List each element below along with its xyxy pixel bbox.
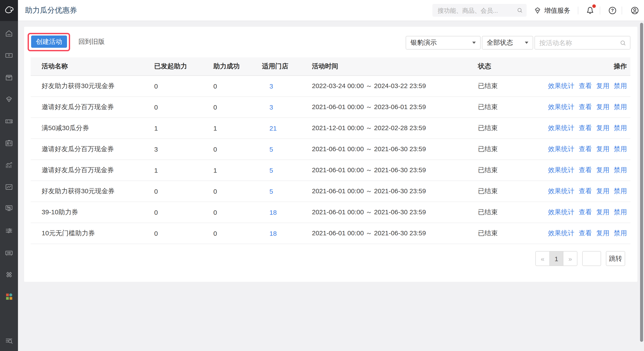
sidebar-item-staff[interactable] <box>0 138 18 148</box>
activity-name-search[interactable] <box>534 36 630 50</box>
stores-count-link[interactable]: 3 <box>270 104 273 111</box>
stores-count-link[interactable]: 18 <box>270 208 277 216</box>
sidebar-item-statistics[interactable] <box>0 160 18 170</box>
col-stores: 适用门店 <box>262 62 312 70</box>
account-button[interactable] <box>630 6 640 15</box>
sidebar-item-design[interactable] <box>0 269 18 280</box>
value-added-label: 增值服务 <box>544 6 570 15</box>
page-jump-input[interactable] <box>582 251 601 266</box>
action-disable[interactable]: 禁用 <box>614 103 627 111</box>
prev-page-button[interactable]: « <box>536 252 549 266</box>
action-disable[interactable]: 禁用 <box>614 82 627 90</box>
activity-name: 邀请好友瓜分百万现金券 <box>42 103 154 111</box>
status-filter-value: 全部状态 <box>487 38 513 47</box>
help-icon: ? <box>608 6 617 15</box>
action-view[interactable]: 查看 <box>579 208 592 216</box>
leopard-logo-icon <box>3 5 15 16</box>
next-page-button[interactable]: » <box>564 252 577 266</box>
action-view[interactable]: 查看 <box>579 187 592 196</box>
activity-name: 10元无门槛助力券 <box>42 229 154 238</box>
action-view[interactable]: 查看 <box>579 145 592 153</box>
table-row: 邀请好友瓜分百万现金券3052021-06-01 00:00 ～ 2021-06… <box>31 139 630 160</box>
action-effect-stats[interactable]: 效果统计 <box>548 82 574 90</box>
divider <box>600 6 600 14</box>
initiated-count: 0 <box>154 104 213 111</box>
page-title: 助力瓜分优惠券 <box>25 0 77 21</box>
menu-search-icon <box>4 336 14 345</box>
action-effect-stats[interactable]: 效果统计 <box>548 145 574 153</box>
success-count: 0 <box>213 230 262 237</box>
action-copy[interactable]: 复用 <box>596 229 610 238</box>
back-to-old-version-button[interactable]: 回到旧版 <box>78 36 105 48</box>
app-logo[interactable] <box>0 0 18 21</box>
action-disable[interactable]: 禁用 <box>614 145 627 153</box>
action-disable[interactable]: 禁用 <box>614 187 627 196</box>
global-search[interactable] <box>432 4 526 17</box>
page-jump-button[interactable]: 跳转 <box>606 251 625 266</box>
status-text: 已结束 <box>478 124 539 132</box>
action-copy[interactable]: 复用 <box>596 145 610 153</box>
action-effect-stats[interactable]: 效果统计 <box>548 187 574 196</box>
global-search-input[interactable] <box>432 4 526 17</box>
action-copy[interactable]: 复用 <box>596 208 610 216</box>
action-view[interactable]: 查看 <box>579 82 592 90</box>
vertical-scrollbar[interactable] <box>640 23 643 342</box>
stores-cell: 18 <box>262 230 312 237</box>
action-effect-stats[interactable]: 效果统计 <box>548 103 574 111</box>
action-copy[interactable]: 复用 <box>596 166 610 174</box>
stores-count-link[interactable]: 3 <box>270 82 273 90</box>
action-effect-stats[interactable]: 效果统计 <box>548 208 574 216</box>
action-effect-stats[interactable]: 效果统计 <box>548 229 574 238</box>
value-added-services[interactable]: 增值服务 <box>534 0 570 21</box>
action-disable[interactable]: 禁用 <box>614 208 627 216</box>
initiated-count: 0 <box>154 230 213 237</box>
activity-name: 邀请好友瓜分百万现金券 <box>42 145 154 153</box>
notifications-button[interactable] <box>585 6 595 15</box>
sidebar-item-members[interactable] <box>0 94 18 104</box>
stores-count-link[interactable]: 5 <box>270 166 273 174</box>
stores-count-link[interactable]: 5 <box>270 146 273 153</box>
action-disable[interactable]: 禁用 <box>614 166 627 174</box>
sidebar-item-settings[interactable] <box>0 225 18 236</box>
help-button[interactable]: ? <box>608 6 617 15</box>
stores-count-link[interactable]: 5 <box>270 188 273 195</box>
action-view[interactable]: 查看 <box>579 229 592 238</box>
status-filter-select[interactable]: 全部状态 <box>482 36 533 50</box>
action-view[interactable]: 查看 <box>579 103 592 111</box>
action-copy[interactable]: 复用 <box>596 124 610 132</box>
table-row: 邀请好友瓜分百万现金券1152021-06-01 00:00 ～ 2021-06… <box>31 160 630 181</box>
sidebar-item-cashdrawer[interactable] <box>0 247 18 258</box>
initiated-count: 1 <box>154 166 213 174</box>
initiated-count: 1 <box>154 124 213 132</box>
sidebar-item-finance[interactable]: ¥ <box>0 50 18 60</box>
sidebar-item-products[interactable] <box>0 72 18 82</box>
stores-count-link[interactable]: 21 <box>270 124 277 132</box>
table-body: 好友助力获得30元现金券0032022-03-24 00:00 ～ 2024-0… <box>31 76 630 244</box>
sidebar-item-appmarket[interactable] <box>0 291 18 302</box>
action-view[interactable]: 查看 <box>579 124 592 132</box>
action-disable[interactable]: 禁用 <box>614 124 627 132</box>
action-disable[interactable]: 禁用 <box>614 229 627 238</box>
action-effect-stats[interactable]: 效果统计 <box>548 166 574 174</box>
stores-count-link[interactable]: 18 <box>270 230 277 237</box>
action-copy[interactable]: 复用 <box>596 103 610 111</box>
stores-cell: 5 <box>262 166 312 174</box>
initiated-count: 0 <box>154 188 213 195</box>
sidebar-item-screen[interactable] <box>0 202 18 213</box>
row-actions: 效果统计查看复用禁用 <box>548 103 627 111</box>
action-view[interactable]: 查看 <box>579 166 592 174</box>
sidebar-item-marketing[interactable]: % <box>0 116 18 126</box>
action-copy[interactable]: 复用 <box>596 82 610 90</box>
action-effect-stats[interactable]: 效果统计 <box>548 124 574 132</box>
current-page-button[interactable]: 1 <box>549 252 564 266</box>
table-row: 好友助力获得30元现金券0032022-03-24 00:00 ～ 2024-0… <box>31 76 630 97</box>
stores-cell: 21 <box>262 124 312 132</box>
sidebar-item-home[interactable] <box>0 28 18 38</box>
activity-name-search-input[interactable] <box>535 36 630 49</box>
gem-icon <box>534 6 542 14</box>
create-activity-button[interactable]: 创建活动 <box>31 36 67 48</box>
action-copy[interactable]: 复用 <box>596 187 610 196</box>
sidebar-item-menu-search[interactable] <box>0 335 18 346</box>
merchant-filter-select[interactable]: 银豹演示 <box>406 36 480 50</box>
sidebar-item-reports[interactable] <box>0 182 18 192</box>
